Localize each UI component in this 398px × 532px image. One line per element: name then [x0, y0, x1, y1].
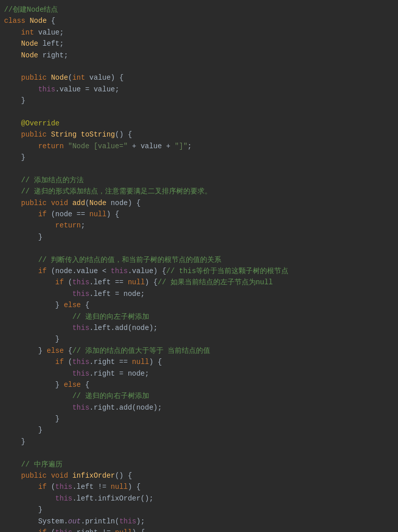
code-line-37: }	[2, 413, 396, 424]
code-line-6	[2, 61, 396, 72]
code-line-7: public Node(int value) {	[2, 72, 396, 83]
code-line-31: } else {// 添加的结点的值大于等于 当前结点的值	[2, 345, 396, 356]
code-line-18: public void add(Node node) {	[2, 197, 396, 209]
code-line-12: public String toString() {	[2, 129, 396, 140]
code-line-47: if (this.right != null) {	[2, 527, 396, 532]
code-line-39: }	[2, 436, 396, 447]
code-line-26: this.left = node;	[2, 288, 396, 300]
code-line-42: public void infixOrder() {	[2, 470, 396, 481]
code-line-29: this.left.add(node);	[2, 322, 396, 334]
code-line-25: if (this.left == null) {// 如果当前结点的左子节点为n…	[2, 277, 396, 288]
code-line-3: int value;	[2, 27, 396, 38]
code-line-16: // 添加结点的方法	[2, 175, 396, 186]
code-line-33: this.right = node;	[2, 368, 396, 379]
code-line-8: this.value = value;	[2, 84, 396, 95]
code-line-22	[2, 243, 396, 254]
code-line-34: } else {	[2, 379, 396, 390]
code-line-23: // 判断传入的结点的值，和当前子树的根节点的值的关系	[2, 254, 396, 265]
code-line-30: }	[2, 334, 396, 345]
code-container: //创建Node结点 class Node { int value; Node …	[0, 0, 398, 532]
code-line-10	[2, 107, 396, 118]
code-line-13: return "Node [value=" + value + "]";	[2, 141, 396, 152]
code-line-24: if (node.value < this.value) {// this等价于…	[2, 265, 396, 277]
code-line-21: }	[2, 231, 396, 243]
code-line-15	[2, 163, 396, 174]
code-line-27: } else {	[2, 300, 396, 311]
code-line-46: System.out.println(this);	[2, 516, 396, 527]
code-line-41: // 中序遍历	[2, 459, 396, 470]
code-line-4: Node left;	[2, 38, 396, 49]
code-line-1: //创建Node结点	[2, 4, 396, 15]
code-line-38: }	[2, 424, 396, 436]
code-line-40	[2, 447, 396, 458]
code-line-11: @Override	[2, 118, 396, 129]
code-line-45: }	[2, 504, 396, 515]
code-line-28: // 递归的向左子树添加	[2, 311, 396, 322]
code-line-36: this.right.add(node);	[2, 402, 396, 413]
code-line-5: Node right;	[2, 50, 396, 61]
code-line-35: // 递归的向右子树添加	[2, 390, 396, 402]
code-line-2: class Node {	[2, 15, 396, 26]
code-line-14: }	[2, 152, 396, 163]
code-line-32: if (this.right == null) {	[2, 356, 396, 368]
code-line-44: this.left.infixOrder();	[2, 493, 396, 504]
code-line-9: }	[2, 95, 396, 106]
code-line-43: if (this.left != null) {	[2, 481, 396, 492]
code-line-20: return;	[2, 220, 396, 231]
code-line-19: if (node == null) {	[2, 209, 396, 220]
code-line-17: // 递归的形式添加结点，注意需要满足二叉排序树的要求。	[2, 186, 396, 197]
